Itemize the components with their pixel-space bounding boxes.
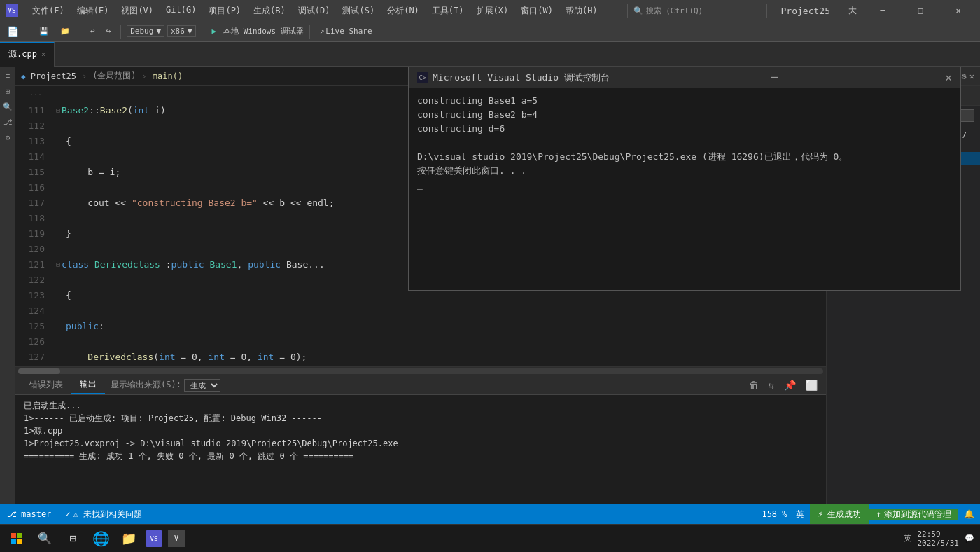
vs-badge-icon[interactable]: V <box>168 530 185 547</box>
pin-output-btn[interactable]: 📌 <box>781 378 799 392</box>
start-button[interactable] <box>6 527 28 550</box>
menu-test[interactable]: 测试(S) <box>337 2 380 20</box>
separator-1 <box>29 25 29 39</box>
menu-project[interactable]: 项目(P) <box>203 2 246 20</box>
new-project-btn[interactable]: 📄 <box>3 25 23 39</box>
debug-config-dropdown[interactable]: Debug ▼ <box>127 25 164 37</box>
output-line-5: ========== 生成: 成功 1 个, 失败 0 个, 最新 0 个, 跳… <box>24 450 818 462</box>
platform-dropdown[interactable]: x86 ▼ <box>167 25 196 37</box>
tab-output[interactable]: 输出 <box>71 375 105 394</box>
breadcrumb-separator-1: › <box>82 71 87 81</box>
scroll-thumb[interactable] <box>18 368 60 374</box>
settings-icon[interactable]: ⚙ <box>962 71 967 81</box>
sidebar-icon-1[interactable]: ≡ <box>1 69 14 82</box>
sidebar-icon-2[interactable]: ⊞ <box>1 85 14 97</box>
tab-close-btn[interactable]: × <box>41 50 46 58</box>
console-title: Microsoft Visual Studio 调试控制台 <box>433 71 610 84</box>
explorer-icon[interactable]: 📁 <box>118 527 140 550</box>
console-line-blank <box>417 136 952 150</box>
git-status: ⎇ master <box>0 509 58 519</box>
horizontal-scrollbar[interactable] <box>15 366 826 375</box>
app-icon: VS <box>6 4 18 17</box>
title-bar: VS 文件(F) 编辑(E) 视图(V) Git(G) 项目(P) 生成(B) … <box>0 0 980 21</box>
add-source-control[interactable]: ↑ 添加到源代码管理 <box>869 509 958 520</box>
console-minimize-btn[interactable]: ─ <box>771 71 778 84</box>
scroll-track <box>18 368 823 374</box>
vs-taskbar-icon[interactable]: VS <box>146 530 162 547</box>
add-source-icon: ↑ <box>876 509 881 519</box>
live-share-btn[interactable]: ↗ Live Share <box>316 25 377 37</box>
tab-error-list[interactable]: 错误列表 <box>21 376 71 394</box>
redo-btn[interactable]: ↪ <box>102 25 115 37</box>
debug-config-label: Debug <box>130 27 153 36</box>
menu-extensions[interactable]: 扩展(X) <box>471 2 514 20</box>
save-all-btn[interactable]: 📁 <box>56 25 74 37</box>
filter-label: 显示输出来源(S): <box>111 379 181 391</box>
search-box[interactable]: 🔍 搜索 (Ctrl+Q) <box>627 4 767 18</box>
project-name: Project25 <box>781 6 830 16</box>
search-taskbar-btn[interactable]: 🔍 <box>34 527 56 550</box>
tab-label: 源.cpp <box>8 48 37 60</box>
svg-rect-3 <box>18 539 22 544</box>
title-right: 大 ─ □ ✕ <box>844 0 974 21</box>
output-line-1: 已启动生成... <box>24 399 818 412</box>
maximize-button[interactable]: □ <box>904 0 937 21</box>
build-success-indicator: ⚡ 生成成功 <box>810 504 869 524</box>
minimize-button[interactable]: ─ <box>867 0 899 21</box>
edge-icon[interactable]: 🌐 <box>90 527 112 550</box>
breadcrumb-separator-2: › <box>142 71 147 81</box>
separator-3 <box>120 25 121 39</box>
notification-icon[interactable]: 💬 <box>965 534 974 543</box>
clear-output-btn[interactable]: 🗑 <box>746 378 762 392</box>
menu-debug[interactable]: 调试(D) <box>293 2 336 20</box>
status-bar: ⎇ master ✓ ⚠ 未找到相关问题 158 % 英 ⚡ 生成成功 ↑ 添加… <box>0 504 980 524</box>
sidebar-icon-4[interactable]: ⎇ <box>1 116 14 128</box>
git-branch: master <box>21 509 51 519</box>
separator-2 <box>80 25 80 39</box>
search-placeholder: 搜索 (Ctrl+Q) <box>646 6 704 16</box>
bell-icon: 🔔 <box>964 509 974 519</box>
line-numbers: ··· 111 112 113 114 115 116 117 118 119 … <box>15 86 50 366</box>
console-close-btn[interactable]: ✕ <box>945 71 952 84</box>
menu-analyze[interactable]: 分析(N) <box>382 2 425 20</box>
date-display: 2022/5/31 <box>917 539 959 548</box>
notification-btn: 🔔 <box>958 509 980 519</box>
sidebar-icons: ≡ ⊞ 🔍 ⎇ ⚙ <box>0 67 15 504</box>
save-btn[interactable]: 💾 <box>35 25 53 37</box>
dropdown-arrow: ▼ <box>156 27 161 36</box>
taskbar-right: 英 22:59 2022/5/31 💬 <box>904 530 974 548</box>
menu-view[interactable]: 视图(V) <box>115 2 159 20</box>
undo-btn[interactable]: ↩ <box>86 25 99 37</box>
sidebar-icon-3[interactable]: 🔍 <box>1 100 14 113</box>
svg-rect-2 <box>11 539 16 544</box>
menu-file[interactable]: 文件(F) <box>27 2 70 20</box>
live-share-icon: ↗ <box>320 27 325 36</box>
maximize-output-btn[interactable]: ⬜ <box>803 378 820 392</box>
menu-build[interactable]: 生成(B) <box>248 2 291 20</box>
input-indicator: 英 <box>904 533 911 544</box>
console-line-2: constructing Base2 b=4 <box>417 108 952 122</box>
output-panel: 错误列表 输出 显示输出来源(S): 生成 🗑 ⇆ 📌 ⬜ 已启动生成... 1… <box>15 375 826 504</box>
run-btn[interactable]: ▶ <box>208 25 221 37</box>
menu-tools[interactable]: 工具(T) <box>426 2 470 20</box>
large-btn[interactable]: 大 <box>844 4 861 18</box>
word-wrap-btn[interactable]: ⇆ <box>766 378 777 392</box>
add-source-label: 添加到源代码管理 <box>884 509 951 520</box>
menu-help[interactable]: 帮助(H) <box>560 2 603 20</box>
console-line-5: 按任意键关闭此窗口. . . <box>417 164 952 178</box>
console-cursor: _ <box>417 178 952 192</box>
close-panel-icon[interactable]: ✕ <box>969 71 974 81</box>
console-line-4: D:\visual studio 2019\Project25\Debug\Pr… <box>417 150 952 164</box>
menu-window[interactable]: 窗口(W) <box>515 2 559 20</box>
menu-edit[interactable]: 编辑(E) <box>71 2 115 20</box>
menu-git[interactable]: Git(G) <box>160 2 202 20</box>
success-label: 生成成功 <box>827 509 861 520</box>
task-view-btn[interactable]: ⊞ <box>62 527 84 550</box>
close-button[interactable]: ✕ <box>942 0 974 21</box>
console-content: constructing Base1 a=5 constructing Base… <box>409 88 960 198</box>
output-source-select[interactable]: 生成 <box>184 379 220 392</box>
tab-source-cpp[interactable]: 源.cpp × <box>0 42 55 67</box>
encoding-label: 英 <box>796 509 804 520</box>
sidebar-icon-5[interactable]: ⚙ <box>1 131 14 144</box>
console-header: C> Microsoft Visual Studio 调试控制台 ─ ✕ <box>409 67 960 88</box>
